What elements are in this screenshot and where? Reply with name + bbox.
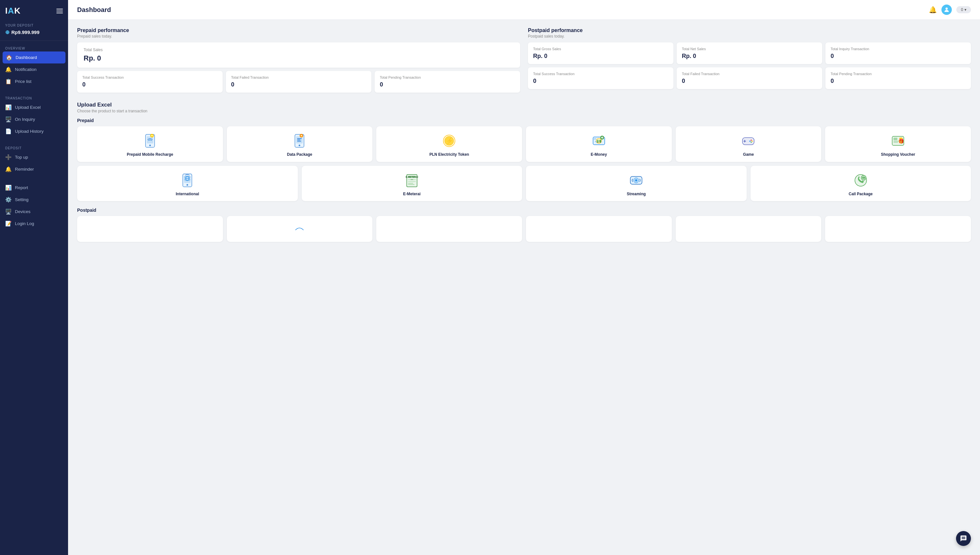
sidebar-item-reminder[interactable]: 🔔 Reminder: [0, 163, 68, 175]
postpaid-inquiry-card: Total Inquiry Transaction 0: [826, 42, 971, 64]
data-package-icon: [292, 133, 307, 149]
postpaid-product2-icon: [294, 223, 305, 232]
postpaid-inquiry-value: 0: [830, 53, 966, 59]
sidebar-item-setting[interactable]: ⚙️ Setting: [0, 194, 68, 205]
sidebar-item-upload-excel[interactable]: 📊 Upload Excel: [0, 101, 68, 113]
svg-rect-18: [594, 138, 596, 140]
page-title: Dashboard: [77, 6, 111, 14]
sidebar-item-dashboard[interactable]: 🏠 Dashboard: [3, 51, 66, 63]
balance-dropdown-icon: ▾: [964, 8, 966, 12]
product-pln-token[interactable]: ⚡ PLN Electricity Token: [376, 126, 522, 162]
prepaid-products-row2: International E-METERAI xxx: [77, 166, 971, 201]
svg-text:xxx: xxx: [410, 178, 413, 180]
game-label: Game: [743, 152, 754, 157]
postpaid-category-label: Postpaid: [77, 208, 971, 213]
product-international[interactable]: International: [77, 166, 298, 201]
sidebar-item-setting-label: Setting: [15, 197, 29, 202]
nav-section-overview: OVERVIEW 🏠 Dashboard 🔔 Notification 📋 Pr…: [0, 41, 68, 91]
sidebar-item-report[interactable]: 📊 Report: [0, 182, 68, 194]
product-game[interactable]: Game: [676, 126, 822, 162]
postpaid-gross-sales-label: Total Gross Sales: [533, 47, 668, 51]
product-call-package[interactable]: Call Package: [751, 166, 971, 201]
sidebar-item-devices[interactable]: 🖥️ Devices: [0, 205, 68, 218]
svg-rect-10: [297, 140, 301, 140]
svg-point-20: [596, 142, 597, 143]
svg-point-19: [595, 141, 596, 142]
sidebar-item-pricelist-label: Price list: [15, 79, 31, 84]
postpaid-top-cards: Total Gross Sales Rp. 0 Total Net Sales …: [528, 42, 971, 64]
product-e-meterai[interactable]: E-METERAI xxx E-Meterai: [302, 166, 522, 201]
sidebar-item-pricelist[interactable]: 📋 Price list: [0, 75, 68, 87]
sidebar-item-upload-history-label: Upload History: [15, 129, 44, 134]
sidebar-item-login-log[interactable]: 📝 Login Log: [0, 218, 68, 229]
sidebar-item-notification-label: Notification: [15, 67, 37, 72]
product-postpaid-1[interactable]: [77, 216, 223, 242]
upload-excel-subtitle: Choose the product to start a transactio…: [77, 109, 971, 113]
streaming-label: Streaming: [627, 192, 646, 197]
sidebar-item-on-inquiry[interactable]: 🖥️ On Inquiry: [0, 113, 68, 125]
product-e-money[interactable]: 💵 E-Money: [526, 126, 672, 162]
product-postpaid-6[interactable]: [825, 216, 971, 242]
product-postpaid-3[interactable]: [376, 216, 522, 242]
postpaid-success-card: Total Success Transaction 0: [528, 67, 673, 89]
upload-excel-section: Upload Excel Choose the product to start…: [77, 102, 971, 242]
sidebar-item-notification[interactable]: 🔔 Notification: [0, 63, 68, 75]
mobile-recharge-label: Prepaid Mobile Recharge: [127, 152, 173, 157]
prepaid-pending-card: Total Pending Transaction 0: [375, 71, 520, 93]
deposit-section: YOUR DEPOSIT ⊕ Rp9.999.999: [0, 21, 68, 41]
sidebar-item-topup[interactable]: ➕ Top up: [0, 151, 68, 163]
sidebar: IAK YOUR DEPOSIT ⊕ Rp9.999.999 OVERVIEW …: [0, 0, 68, 555]
postpaid-net-sales-label: Total Net Sales: [682, 47, 817, 51]
product-postpaid-5[interactable]: [676, 216, 822, 242]
product-data-package[interactable]: Data Package: [227, 126, 373, 162]
postpaid-bottom-cards: Total Success Transaction 0 Total Failed…: [528, 67, 971, 89]
svg-rect-46: [408, 181, 416, 182]
shopping-voucher-label: Shopping Voucher: [881, 152, 915, 157]
international-label: International: [175, 192, 199, 197]
svg-point-25: [751, 140, 752, 141]
streaming-icon: [628, 172, 644, 188]
topup-icon: ➕: [5, 154, 12, 160]
postpaid-success-label: Total Success Transaction: [533, 72, 668, 76]
svg-rect-32: [893, 142, 898, 143]
balance-value: 0: [961, 8, 963, 12]
product-postpaid-4[interactable]: [526, 216, 672, 242]
prepaid-category-label: Prepaid: [77, 118, 971, 123]
postpaid-performance-section: Postpaid performance Postpaid sales toda…: [528, 27, 971, 93]
e-money-label: E-Money: [591, 152, 607, 157]
performance-row: Prepaid performance Prepaid sales today.…: [77, 27, 971, 93]
product-postpaid-2[interactable]: [227, 216, 373, 242]
svg-rect-11: [297, 141, 301, 141]
chat-button[interactable]: [956, 531, 971, 546]
svg-text:🎁: 🎁: [898, 139, 904, 144]
postpaid-pending-label: Total Pending Transaction: [830, 72, 966, 76]
svg-text:E-METERAI: E-METERAI: [406, 176, 418, 178]
product-streaming[interactable]: Streaming: [526, 166, 747, 201]
prepaid-performance-title: Prepaid performance: [77, 27, 520, 33]
svg-point-57: [864, 177, 865, 178]
dashboard-content: Prepaid performance Prepaid sales today.…: [68, 20, 980, 250]
sidebar-item-reminder-label: Reminder: [15, 167, 34, 172]
postpaid-net-sales-card: Total Net Sales Rp. 0: [677, 42, 822, 64]
postpaid-gross-sales-card: Total Gross Sales Rp. 0: [528, 42, 673, 64]
postpaid-performance-subtitle: Postpaid sales today.: [528, 34, 971, 38]
shopping-voucher-icon: 🎁: [890, 133, 906, 149]
deposit-amount: ⊕ Rp9.999.999: [5, 29, 63, 35]
notification-bell-icon[interactable]: 🔔: [929, 6, 937, 14]
header-right: 🔔 0 ▾: [929, 5, 971, 15]
prepaid-sub-cards: Total Success Transaction 0 Total Failed…: [77, 71, 520, 93]
call-package-label: Call Package: [849, 192, 873, 197]
product-prepaid-mobile-recharge[interactable]: Prepaid Mobile Recharge: [77, 126, 223, 162]
devices-icon: 🖥️: [5, 209, 12, 215]
user-avatar[interactable]: [941, 5, 952, 15]
sidebar-item-upload-history[interactable]: 📄 Upload History: [0, 125, 68, 137]
product-shopping-voucher[interactable]: 🎁 Shopping Voucher: [825, 126, 971, 162]
postpaid-pending-card: Total Pending Transaction 0: [826, 67, 971, 89]
call-package-icon: [853, 172, 869, 188]
postpaid-failed-card: Total Failed Transaction 0: [677, 67, 822, 89]
game-icon: [740, 133, 756, 149]
user-balance[interactable]: 0 ▾: [956, 6, 971, 13]
prepaid-performance-section: Prepaid performance Prepaid sales today.…: [77, 27, 520, 93]
hamburger-button[interactable]: [56, 9, 63, 13]
pln-token-icon: ⚡: [441, 133, 457, 149]
